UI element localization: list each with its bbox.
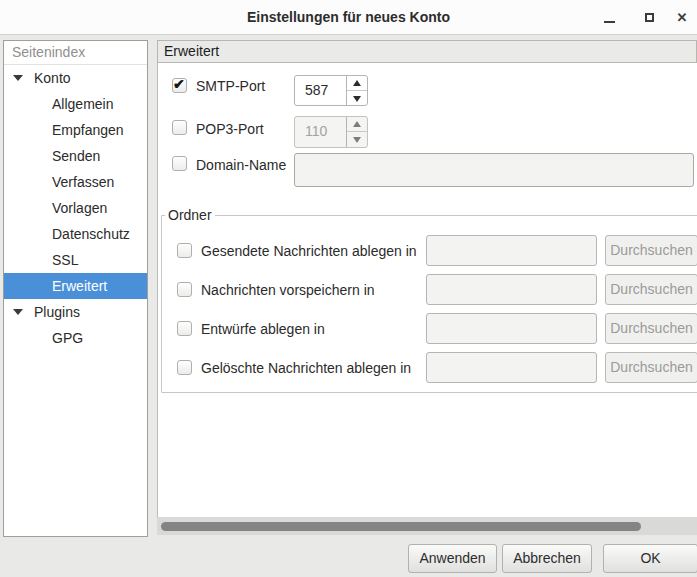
pop3-port-label: POP3-Port: [196, 121, 264, 138]
sent-folder-field[interactable]: [426, 235, 597, 266]
maximize-button[interactable]: [639, 7, 661, 29]
domain-name-label: Domain-Name: [196, 157, 286, 174]
sent-folder-browse-button[interactable]: Durchsuchen: [605, 235, 697, 266]
folder-group-legend: Ordner: [165, 207, 215, 223]
page-title: Erweitert: [157, 40, 697, 63]
sent-folder-checkbox[interactable]: [177, 243, 192, 258]
pop3-port-value[interactable]: 110: [305, 117, 327, 146]
trash-folder-label: Gelöschte Nachrichten ablegen in: [201, 360, 411, 377]
trash-folder-field[interactable]: [426, 352, 597, 383]
spin-down-button[interactable]: [347, 91, 367, 106]
domain-name-field[interactable]: [294, 153, 694, 187]
sidebar-item-vorlagen[interactable]: Vorlagen: [4, 195, 147, 221]
spin-up-button[interactable]: [347, 117, 367, 132]
checkmark-icon: ✔: [173, 76, 185, 92]
maximize-icon: [645, 13, 654, 22]
sidebar-item-konto[interactable]: Konto: [4, 65, 147, 91]
drafts-folder-field[interactable]: [426, 313, 597, 344]
ok-button[interactable]: OK: [603, 544, 697, 573]
queue-folder-browse-button[interactable]: Durchsuchen: [605, 274, 697, 305]
pop3-port-checkbox[interactable]: [172, 120, 187, 135]
spin-down-button[interactable]: [347, 132, 367, 147]
domain-name-checkbox[interactable]: [172, 156, 187, 171]
sidebar-item-gpg[interactable]: GPG: [4, 325, 147, 351]
drafts-folder-label: Entwürfe ablegen in: [201, 321, 325, 338]
page-index-sidebar: Seitenindex Konto Allgemein Empfangen Se…: [3, 40, 148, 537]
sidebar-item-empfangen[interactable]: Empfangen: [4, 117, 147, 143]
expander-icon[interactable]: [13, 309, 23, 315]
cancel-button[interactable]: Abbrechen: [502, 544, 592, 573]
close-icon: ✕: [671, 7, 693, 29]
spin-up-button[interactable]: [347, 76, 367, 91]
queue-folder-field[interactable]: [426, 274, 597, 305]
arrow-down-icon: [353, 137, 361, 143]
window-title: Einstellungen für neues Konto: [0, 0, 697, 35]
smtp-port-spinner[interactable]: 587: [294, 75, 368, 106]
horizontal-scrollbar-thumb[interactable]: [161, 522, 641, 531]
queue-folder-label: Nachrichten vorspeichern in: [201, 282, 375, 299]
arrow-down-icon: [353, 96, 361, 102]
arrow-up-icon: [353, 80, 361, 86]
minimize-icon: [604, 21, 615, 23]
apply-button[interactable]: Anwenden: [408, 544, 497, 573]
drafts-folder-checkbox[interactable]: [177, 321, 192, 336]
sidebar-item-erweitert[interactable]: Erweitert: [4, 273, 147, 299]
sidebar-item-verfassen[interactable]: Verfassen: [4, 169, 147, 195]
trash-folder-browse-button[interactable]: Durchsuchen: [605, 352, 697, 383]
smtp-port-label: SMTP-Port: [196, 78, 265, 95]
smtp-port-checkbox[interactable]: ✔: [172, 78, 187, 93]
page-tree: Konto Allgemein Empfangen Senden Verfass…: [4, 65, 147, 351]
horizontal-scrollbar[interactable]: [157, 518, 697, 535]
sidebar-item-datenschutz[interactable]: Datenschutz: [4, 221, 147, 247]
sidebar-item-plugins[interactable]: Plugins: [4, 299, 147, 325]
trash-folder-checkbox[interactable]: [177, 360, 192, 375]
sidebar-item-ssl[interactable]: SSL: [4, 247, 147, 273]
close-button[interactable]: ✕: [671, 7, 693, 29]
queue-folder-checkbox[interactable]: [177, 282, 192, 297]
drafts-folder-browse-button[interactable]: Durchsuchen: [605, 313, 697, 344]
sidebar-item-senden[interactable]: Senden: [4, 143, 147, 169]
smtp-port-value[interactable]: 587: [305, 76, 328, 105]
sidebar-header: Seitenindex: [4, 41, 147, 65]
minimize-button[interactable]: [599, 7, 621, 29]
arrow-up-icon: [353, 121, 361, 127]
pop3-port-spinner[interactable]: 110: [294, 116, 368, 148]
titlebar[interactable]: Einstellungen für neues Konto ✕: [0, 0, 697, 35]
settings-window: Einstellungen für neues Konto ✕ Seitenin…: [0, 0, 697, 577]
sidebar-item-allgemein[interactable]: Allgemein: [4, 91, 147, 117]
sent-folder-label: Gesendete Nachrichten ablegen in: [201, 243, 417, 260]
expander-icon[interactable]: [13, 75, 23, 81]
